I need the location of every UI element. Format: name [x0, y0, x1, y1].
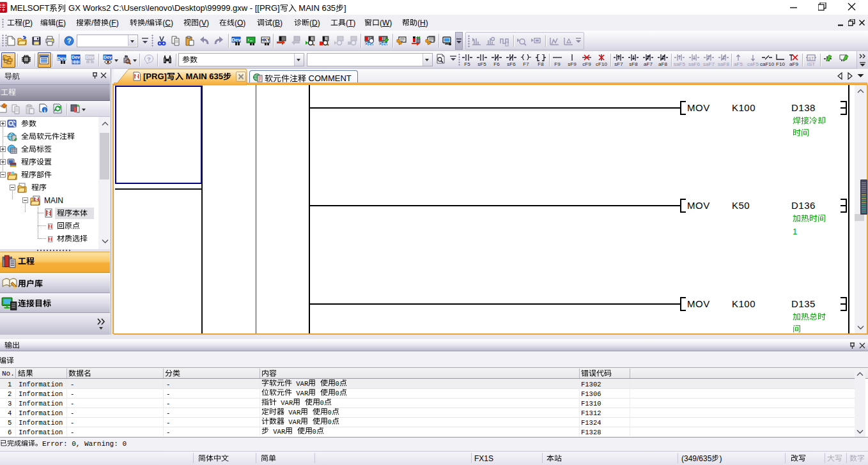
svg-text:Dev: Dev [104, 55, 112, 59]
svg-text:HKY: HKY [261, 38, 270, 42]
svg-text:Dev: Dev [72, 55, 80, 59]
svg-text:Dev: Dev [86, 55, 94, 59]
svg-text:ST: ST [809, 56, 815, 61]
svg-text:Dev: Dev [231, 37, 241, 43]
svg-text:?: ? [147, 56, 151, 63]
svg-text:Dev: Dev [57, 56, 66, 61]
svg-text:?: ? [67, 37, 72, 45]
